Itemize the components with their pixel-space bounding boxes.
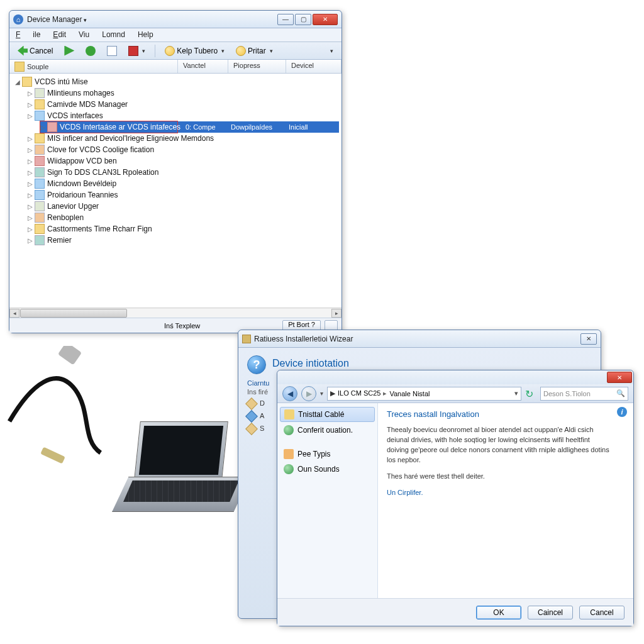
menu-file[interactable]: File bbox=[9, 28, 47, 42]
tree-node[interactable]: ▷Micndown Bevéldeip bbox=[9, 178, 341, 189]
tree-node[interactable]: ▷Wiidappow VCD ben bbox=[9, 155, 341, 167]
device-icon bbox=[35, 99, 45, 109]
tree-node[interactable]: ▷Lanevior Upger bbox=[9, 201, 341, 212]
devmgr-icon: ⌂ bbox=[13, 14, 23, 25]
sel-col2: 0: Compe bbox=[186, 123, 231, 131]
tree-node-selected[interactable]: ▷VCDS Intertaáse ar VCDS intafeces 0: Co… bbox=[9, 121, 341, 133]
device-icon bbox=[35, 213, 45, 223]
sidebar-item-confeuit[interactable]: Conferit ouation. bbox=[280, 423, 375, 437]
search-icon: 🔍 bbox=[616, 389, 625, 397]
red-button[interactable] bbox=[124, 44, 150, 58]
maximize-button[interactable]: ▢ bbox=[295, 14, 311, 25]
tree-node[interactable]: ▷MIS inficer and Devicol'lriege Elignieo… bbox=[9, 133, 341, 144]
device-icon bbox=[35, 179, 45, 189]
refresh-icon bbox=[86, 46, 96, 56]
refresh-button[interactable] bbox=[81, 44, 100, 58]
col-vanctel[interactable]: Vanctel bbox=[178, 60, 228, 73]
menu-command[interactable]: Lomnd bbox=[96, 28, 131, 42]
menu-help[interactable]: Help bbox=[131, 28, 160, 42]
info-icon[interactable]: i bbox=[617, 407, 627, 417]
tree-node[interactable]: ▷Mlintieuns mohages bbox=[9, 87, 341, 99]
crumb-dropdown[interactable] bbox=[512, 389, 518, 397]
tree-node[interactable]: ▷Remier bbox=[9, 235, 341, 246]
minimize-button[interactable]: — bbox=[277, 14, 294, 25]
device-icon bbox=[35, 133, 45, 143]
folder-icon bbox=[22, 77, 32, 87]
device-manager-window: ⌂ Device Manager — ▢ ✕ File Edit Viu Lom… bbox=[9, 10, 342, 333]
help-tubero-label: Kelp Tubero bbox=[177, 47, 218, 55]
close-button[interactable]: ✕ bbox=[313, 14, 338, 25]
tree-node[interactable]: ▷Casttorments Time Rcharr Fign bbox=[9, 223, 341, 235]
wizard-icon bbox=[242, 335, 251, 343]
printer-button[interactable]: Pritar bbox=[231, 44, 277, 58]
toolbar-overflow[interactable] bbox=[324, 44, 338, 58]
globe-icon bbox=[165, 46, 175, 56]
device-icon bbox=[35, 235, 45, 245]
titlebar[interactable]: ✕ bbox=[277, 370, 633, 384]
crumb-segment[interactable]: ILO CM SC25 bbox=[338, 389, 387, 397]
content-link[interactable]: Un Cirplifer. bbox=[387, 489, 423, 496]
column-headers: Souple Vanctel Piopress Devicel bbox=[9, 60, 341, 74]
nav-history-dropdown[interactable]: ▾ bbox=[320, 390, 323, 397]
nav-back-button[interactable]: ◀ bbox=[282, 386, 297, 401]
tree-node[interactable]: ▷Renboplen bbox=[9, 212, 341, 223]
cancel-button[interactable]: Caincel bbox=[528, 606, 573, 619]
printer-label: Pritar bbox=[248, 47, 266, 55]
search-input[interactable]: Deson S.Tiolon 🔍 bbox=[540, 387, 628, 401]
nav-forward-button[interactable]: ▶ bbox=[301, 386, 316, 401]
crumb-segment[interactable]: Vanale Nistal bbox=[389, 390, 430, 397]
horizontal-scrollbar[interactable]: ◂ ▸ bbox=[9, 308, 341, 318]
tree-node[interactable]: ▷Proidarioun Teannies bbox=[9, 189, 341, 201]
titlebar[interactable]: ⌂ Device Manager — ▢ ✕ bbox=[9, 11, 341, 28]
footer-text: Inś Texplew bbox=[164, 322, 200, 330]
breadcrumb[interactable]: ▶ ILO CM SC25 Vanale Nistal bbox=[327, 387, 521, 401]
folder-icon bbox=[14, 62, 25, 72]
menu-view[interactable]: Viu bbox=[72, 28, 96, 42]
bullet-icon bbox=[245, 410, 258, 423]
tree-root-node[interactable]: ◢VCDS intú Mise bbox=[9, 76, 341, 87]
folder-icon bbox=[284, 409, 294, 419]
refresh-button[interactable]: ↻ bbox=[525, 388, 536, 399]
doc-button[interactable] bbox=[103, 44, 121, 58]
col-devicel[interactable]: Devicel bbox=[286, 60, 341, 73]
content-paragraph: Theealy boevicu deonromet al bioer atend… bbox=[387, 425, 613, 465]
tree-node[interactable]: ▷Clove for VCDS Coolige fication bbox=[9, 144, 341, 155]
sidebar-item-pee-typis[interactable]: Pee Typis bbox=[280, 447, 375, 461]
close-button[interactable]: ✕ bbox=[580, 333, 597, 345]
doc-icon bbox=[107, 46, 117, 56]
device-tree[interactable]: ◢VCDS intú Mise ▷Mlintieuns mohages ▷Cam… bbox=[9, 74, 341, 308]
toolbar-separator bbox=[155, 45, 155, 57]
back-button[interactable]: Cancel bbox=[13, 44, 57, 58]
tree-node[interactable]: ▷VCDS interfaces bbox=[9, 110, 341, 121]
device-icon bbox=[35, 224, 45, 234]
cancel-button-2[interactable]: Cancel bbox=[579, 606, 625, 619]
bullet-icon bbox=[245, 397, 258, 410]
tree-node[interactable]: ▷Camivde MDS Manager bbox=[9, 99, 341, 110]
toolbar: Cancel Kelp Tubero Pritar bbox=[9, 42, 341, 60]
play-icon bbox=[64, 46, 74, 56]
sidebar-item-install-cable[interactable]: Tnisttal Cablé bbox=[280, 407, 375, 422]
device-icon bbox=[35, 145, 45, 155]
search-placeholder: Deson S.Tiolon bbox=[543, 390, 591, 397]
tree-node[interactable]: ▷Sign To DDS CLAN3L Rpoleation bbox=[9, 167, 341, 178]
scroll-track[interactable] bbox=[20, 309, 331, 318]
svg-rect-1 bbox=[58, 346, 82, 365]
col-piopress[interactable]: Piopress bbox=[228, 60, 286, 73]
window-title: Ratiuess Installerletioi Wizear bbox=[254, 335, 580, 343]
close-button[interactable]: ✕ bbox=[607, 372, 632, 383]
col-souple[interactable]: Souple bbox=[9, 60, 178, 73]
device-icon bbox=[35, 201, 45, 211]
bullet-icon bbox=[245, 423, 258, 435]
sidebar-item-oun-sounds[interactable]: Oun Sounds bbox=[280, 462, 375, 476]
content-heading: Treces nastall Ingalvation bbox=[387, 409, 625, 419]
forward-button[interactable] bbox=[60, 44, 79, 58]
scroll-left-button[interactable]: ◂ bbox=[9, 309, 19, 318]
menu-edit[interactable]: Edit bbox=[47, 28, 72, 42]
ok-button[interactable]: OK bbox=[476, 606, 521, 619]
globe-icon bbox=[284, 425, 294, 435]
scroll-right-button[interactable]: ▸ bbox=[331, 309, 341, 318]
help-tubero-button[interactable]: Kelp Tubero bbox=[160, 44, 229, 58]
scroll-thumb[interactable] bbox=[20, 309, 127, 318]
titlebar[interactable]: Ratiuess Installerletioi Wizear ✕ bbox=[238, 330, 601, 348]
content-paragraph: Thes haré were tlest thell deiter. bbox=[387, 472, 613, 482]
